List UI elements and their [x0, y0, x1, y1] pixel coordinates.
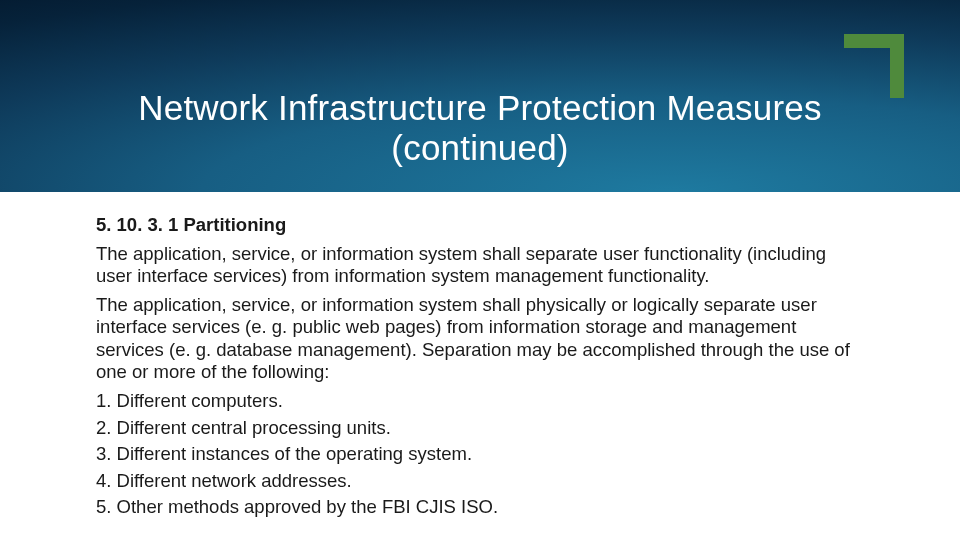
list-item: 5. Other methods approved by the FBI CJI… — [96, 496, 864, 519]
paragraph-2: The application, service, or information… — [96, 294, 864, 384]
paragraph-1: The application, service, or information… — [96, 243, 864, 288]
list-item: 2. Different central processing units. — [96, 417, 864, 440]
list-item: 1. Different computers. — [96, 390, 864, 413]
list-item: 4. Different network addresses. — [96, 470, 864, 493]
title-line-1: Network Infrastructure Protection Measur… — [138, 88, 821, 127]
slide-title: Network Infrastructure Protection Measur… — [0, 88, 960, 169]
slide-body: 5. 10. 3. 1 Partitioning The application… — [0, 192, 960, 519]
section-heading: 5. 10. 3. 1 Partitioning — [96, 214, 864, 237]
list-item: 3. Different instances of the operating … — [96, 443, 864, 466]
slide-header: Network Infrastructure Protection Measur… — [0, 0, 960, 192]
title-line-2: (continued) — [391, 128, 568, 167]
